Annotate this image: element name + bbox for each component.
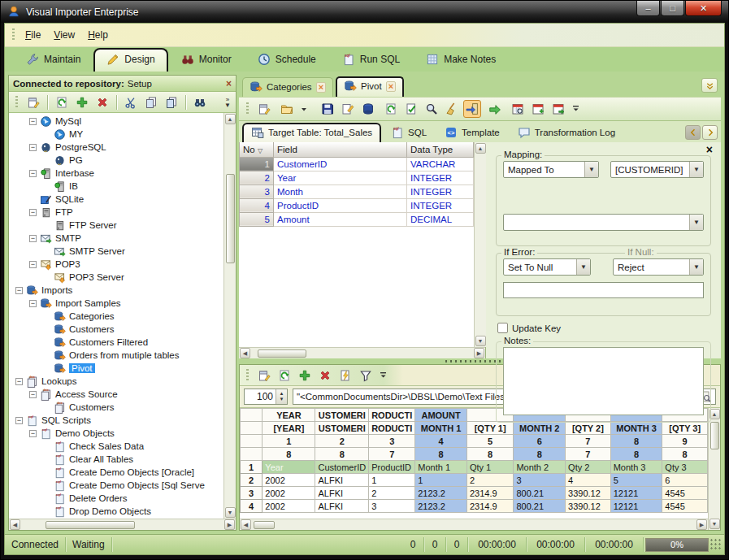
scroll-up-icon[interactable]: ▲ xyxy=(225,114,236,124)
add-icon[interactable] xyxy=(296,367,314,384)
grid-cell[interactable]: 1 xyxy=(369,474,415,487)
tree-item[interactable]: −MySql xyxy=(11,115,223,128)
grid-cell[interactable]: 3 xyxy=(369,500,415,513)
close-button[interactable]: ✕ xyxy=(685,1,722,16)
tab-maintain[interactable]: Maintain xyxy=(13,49,93,72)
tree-expander-icon[interactable]: − xyxy=(15,378,23,385)
grid-header-cell[interactable]: [YEAR] xyxy=(263,422,315,435)
tree-item[interactable]: Categories xyxy=(11,310,223,323)
grid-cell[interactable]: 3390.12 xyxy=(566,500,611,513)
scroll-down-icon[interactable]: ▼ xyxy=(475,336,486,346)
inner-tab-transformation-log[interactable]: Transformation Log xyxy=(510,124,623,142)
field-table-vertical-scrollbar[interactable]: ▲ ▼ xyxy=(474,142,486,347)
tree-expander-icon[interactable]: − xyxy=(29,391,37,398)
grid-header-cell[interactable]: 7 xyxy=(369,448,415,461)
tab-run-sql[interactable]: sqlRun SQL xyxy=(329,49,413,72)
scroll-right-icon[interactable]: ▶ xyxy=(474,348,484,358)
properties-icon[interactable] xyxy=(255,100,273,118)
field-column-header[interactable]: No ▽ xyxy=(240,142,274,157)
grid-row-number[interactable]: 3 xyxy=(241,487,263,500)
minimize-button[interactable]: – xyxy=(636,1,660,16)
schedule-view-icon[interactable] xyxy=(509,100,527,118)
grid-cell[interactable]: Qty 1 xyxy=(466,461,513,474)
grid-header-cell[interactable]: 8 xyxy=(415,448,467,461)
tree-item[interactable]: Orders from mutiple tables xyxy=(11,349,223,362)
inner-tab-sql[interactable]: sqlSQL xyxy=(383,124,435,142)
grid-cell[interactable]: Month 1 xyxy=(415,461,467,474)
grid-cell[interactable]: Qty 2 xyxy=(566,461,611,474)
grid-header-cell[interactable]: 8 xyxy=(662,448,708,461)
grid-row-number[interactable]: 1 xyxy=(241,461,263,474)
grid-header-cell[interactable]: YEAR xyxy=(263,409,315,422)
tree-expander-icon[interactable]: − xyxy=(29,235,37,242)
field-table-horizontal-scrollbar[interactable]: ◀ ▶ xyxy=(239,347,485,358)
inner-tab-template[interactable]: <>Template xyxy=(436,124,508,142)
grid-header-cell[interactable]: USTOMERI xyxy=(315,409,369,422)
grid-header-cell[interactable]: 8 xyxy=(466,448,513,461)
tree-item[interactable]: IB xyxy=(11,180,223,193)
grid-cell[interactable]: 12121 xyxy=(610,500,662,513)
scroll-down-icon[interactable]: ▼ xyxy=(709,519,720,529)
save-icon[interactable] xyxy=(319,100,336,118)
tree-item[interactable]: Pivot xyxy=(11,362,223,375)
tree-item[interactable]: dataCustomers xyxy=(11,401,223,414)
tree-expander-icon[interactable]: − xyxy=(29,261,37,268)
menu-item-help[interactable]: Help xyxy=(81,27,115,43)
grid-cell[interactable]: ProductID xyxy=(369,461,415,474)
grid-cell[interactable]: 1 xyxy=(415,474,467,487)
grid-header-cell[interactable] xyxy=(241,435,263,448)
tab-list-chevron-button[interactable] xyxy=(701,78,718,93)
chevron-down-icon[interactable]: ▼ xyxy=(584,162,598,177)
grid-header-cell[interactable]: AMOUNT xyxy=(415,409,467,422)
grid-header-cell[interactable]: 6 xyxy=(514,435,566,448)
tree-item[interactable]: SQLite xyxy=(11,193,223,206)
maximize-button[interactable]: □ xyxy=(661,1,684,16)
scroll-thumb[interactable] xyxy=(254,521,275,529)
grid-row-number[interactable]: 4 xyxy=(241,500,263,513)
menu-item-view[interactable]: View xyxy=(47,27,81,43)
cut-icon[interactable] xyxy=(122,93,140,111)
grid-header-cell[interactable]: 8 xyxy=(514,448,566,461)
tab-scroll-right-button[interactable] xyxy=(702,125,718,140)
grid-header-cell[interactable]: 8 xyxy=(315,448,369,461)
inner-tab-target-table-total-sales[interactable]: Target Table: Total_Sales xyxy=(242,123,381,142)
tree-item[interactable]: MY xyxy=(11,128,223,141)
tree-expander-icon[interactable]: − xyxy=(29,209,37,216)
run-icon[interactable] xyxy=(486,100,504,118)
grid-cell[interactable]: 2002 xyxy=(263,474,315,487)
menu-item-file[interactable]: File xyxy=(19,27,47,43)
grid-header-cell[interactable]: MONTH 2 xyxy=(514,422,566,435)
grid-header-cell[interactable]: 4 xyxy=(415,435,467,448)
schedule-run-icon[interactable] xyxy=(549,100,567,118)
tree-item[interactable]: sqlDrop Demo Objects xyxy=(11,505,223,518)
tree-item[interactable]: −PostgreSQL xyxy=(11,141,223,154)
scroll-down-icon[interactable]: ▼ xyxy=(225,507,236,518)
resize-grip[interactable] xyxy=(710,539,722,551)
mapping-extra-dropdown[interactable]: ▼ xyxy=(503,214,704,231)
grid-header-cell[interactable]: 8 xyxy=(610,435,662,448)
toolbar-grip[interactable] xyxy=(246,369,249,382)
grid-cell[interactable]: CustomerID xyxy=(315,461,369,474)
notes-textarea[interactable] xyxy=(503,347,704,415)
tree-item[interactable]: −sqlDemo Objects xyxy=(11,427,223,440)
scroll-up-icon[interactable]: ▲ xyxy=(475,143,486,154)
menu-grip[interactable] xyxy=(12,28,15,41)
tree-expander-icon[interactable]: − xyxy=(29,118,37,125)
grid-header-cell[interactable]: 8 xyxy=(263,448,315,461)
schedule-add-icon[interactable] xyxy=(529,100,547,118)
validate-icon[interactable] xyxy=(402,100,420,118)
tree-item[interactable]: −Imports xyxy=(11,284,223,297)
grid-cell[interactable]: 2123.2 xyxy=(415,500,467,513)
overflow-icon[interactable] xyxy=(377,367,395,384)
filter-icon[interactable] xyxy=(357,367,375,384)
add-icon[interactable] xyxy=(73,93,91,111)
scroll-left-icon[interactable]: ◀ xyxy=(241,519,251,530)
tab-design[interactable]: Design xyxy=(93,48,167,72)
refresh-icon[interactable] xyxy=(53,93,71,111)
overflow-icon[interactable] xyxy=(570,100,588,118)
grid-cell[interactable]: 12121 xyxy=(610,487,662,500)
grid-cell[interactable]: ALFKI xyxy=(315,474,369,487)
grid-header-cell[interactable] xyxy=(241,422,263,435)
grid-cell[interactable]: 4 xyxy=(566,474,611,487)
grid-cell[interactable]: 4545 xyxy=(662,500,708,513)
